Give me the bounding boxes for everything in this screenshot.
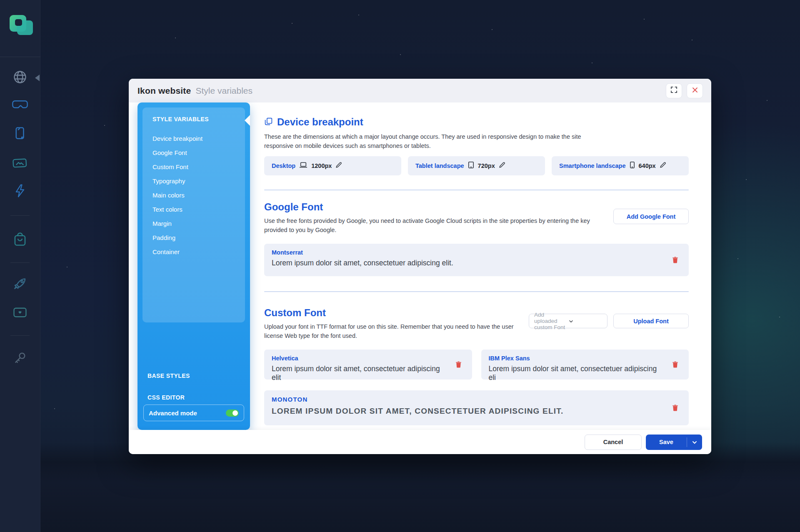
breakpoint-card-desktop[interactable]: Desktop 1200px bbox=[264, 156, 401, 175]
sidebar-item-google-font[interactable]: Google Font bbox=[142, 146, 245, 160]
trash-icon bbox=[672, 258, 678, 265]
sidebar-item-text-colors[interactable]: Text colors bbox=[142, 202, 245, 217]
delete-font-button[interactable] bbox=[672, 257, 678, 263]
smartphone-icon bbox=[630, 161, 635, 170]
smartphone-icon bbox=[15, 126, 25, 142]
sidebar-item-launch[interactable] bbox=[0, 276, 40, 292]
sidebar-divider bbox=[10, 335, 30, 336]
font-sample: Lorem ipsum dolor sit amet, consectetuer… bbox=[489, 365, 664, 382]
advanced-mode-toggle[interactable] bbox=[226, 410, 239, 417]
group-title-style-variables: STYLE VARIABLES bbox=[142, 116, 245, 122]
delete-font-button[interactable] bbox=[456, 361, 461, 368]
modal-content: Device breakpoint These are the dimensio… bbox=[264, 102, 689, 425]
section-device-breakpoint: Device breakpoint These are the dimensio… bbox=[264, 116, 689, 175]
key-icon bbox=[13, 351, 27, 367]
font-sample: Lorem ipsum dolor sit amet, consectetuer… bbox=[272, 407, 664, 416]
save-options-chevron[interactable] bbox=[687, 439, 702, 445]
section-title: Device breakpoint bbox=[277, 116, 363, 128]
breakpoint-label: Desktop bbox=[272, 162, 295, 169]
section-divider bbox=[264, 190, 689, 190]
close-icon bbox=[692, 87, 698, 95]
laptop-icon bbox=[299, 162, 308, 170]
sidebar-item-margin[interactable]: Margin bbox=[142, 217, 245, 231]
section-google-font: Google Font Use the free fonts provided … bbox=[264, 201, 689, 276]
advanced-mode-row[interactable]: Advanced mode bbox=[143, 405, 244, 421]
upload-font-button[interactable]: Upload Font bbox=[613, 314, 689, 328]
font-name: Montserrat bbox=[272, 249, 664, 256]
cancel-button[interactable]: Cancel bbox=[585, 435, 642, 450]
trash-icon bbox=[672, 363, 678, 369]
google-font-card-montserrat: Montserrat Lorem ipsum dolor sit amet, c… bbox=[264, 244, 689, 276]
font-sample: Lorem ipsum dolor sit amet, consectetuer… bbox=[272, 365, 447, 382]
select-placeholder: Add uploaded custom Font bbox=[534, 312, 569, 330]
modal-footer: Cancel Save bbox=[129, 430, 711, 454]
vr-goggles-icon bbox=[12, 100, 28, 111]
background-horizon bbox=[0, 442, 800, 532]
sidebar-notch bbox=[245, 115, 250, 126]
style-settings-sidebar: STYLE VARIABLES Device breakpoint Google… bbox=[138, 102, 250, 430]
font-name: Monoton bbox=[272, 396, 664, 403]
breakpoint-label: Tablet landscape bbox=[415, 162, 464, 169]
tablet-icon bbox=[468, 161, 474, 170]
add-google-font-button[interactable]: Add Google Font bbox=[613, 209, 689, 224]
edit-pencil-icon[interactable] bbox=[335, 162, 342, 170]
delete-font-button[interactable] bbox=[672, 361, 678, 368]
sidebar-item-base-styles[interactable]: BASE STYLES bbox=[148, 372, 190, 379]
sidebar-divider bbox=[0, 57, 40, 57]
lightning-icon bbox=[15, 184, 25, 200]
rocket-icon bbox=[13, 276, 27, 292]
close-button[interactable] bbox=[687, 83, 703, 98]
delete-font-button[interactable] bbox=[672, 405, 678, 411]
sidebar-item-padding[interactable]: Padding bbox=[142, 231, 245, 245]
breakpoint-card-smartphone[interactable]: Smartphone landscape 640px bbox=[552, 156, 689, 175]
advanced-mode-label: Advanced mode bbox=[149, 410, 197, 417]
custom-font-select[interactable]: Add uploaded custom Font bbox=[529, 314, 608, 328]
breakpoint-card-tablet[interactable]: Tablet landscape 720px bbox=[408, 156, 545, 175]
sidebar-item-shop[interactable] bbox=[0, 232, 40, 248]
active-indicator-icon bbox=[35, 75, 40, 81]
sidebar-item-vr[interactable] bbox=[0, 100, 40, 111]
modal-header: Ikon website Style variables bbox=[129, 79, 711, 102]
font-name: Helvetica bbox=[272, 355, 447, 362]
shopping-bag-icon bbox=[13, 232, 27, 248]
sidebar-item-websites[interactable] bbox=[0, 70, 40, 86]
sidebar-item-custom-font[interactable]: Custom Font bbox=[142, 160, 245, 174]
chevron-down-icon bbox=[692, 439, 697, 445]
section-description: These are the dimensions at which a majo… bbox=[264, 132, 598, 150]
copy-pages-icon bbox=[264, 117, 273, 127]
breakpoint-value: 640px bbox=[639, 162, 656, 169]
section-description: Use the free fonts provided by Google, y… bbox=[264, 216, 606, 235]
modal-title: Ikon website bbox=[138, 86, 191, 96]
sidebar-divider bbox=[10, 215, 30, 216]
section-description: Upload your font in TTF format for use o… bbox=[264, 322, 531, 340]
sidebar-item-typography[interactable]: Typography bbox=[142, 174, 245, 188]
sidebar-item-mobile[interactable] bbox=[0, 126, 40, 142]
custom-font-card-ibm-plex-sans: IBM Plex Sans Lorem ipsum dolor sit amet… bbox=[481, 350, 689, 380]
font-name: IBM Plex Sans bbox=[489, 355, 664, 362]
sidebar-item-media[interactable] bbox=[0, 156, 40, 170]
custom-font-card-monoton: Monoton Lorem ipsum dolor sit amet, cons… bbox=[264, 390, 689, 425]
sidebar-item-main-colors[interactable]: Main colors bbox=[142, 188, 245, 202]
globe-icon bbox=[12, 70, 28, 86]
fullscreen-button[interactable] bbox=[666, 83, 682, 98]
sidebar-item-payments[interactable] bbox=[0, 307, 40, 320]
breakpoint-label: Smartphone landscape bbox=[559, 162, 626, 169]
trash-icon bbox=[672, 406, 678, 412]
sidebar-item-device-breakpoint[interactable]: Device breakpoint bbox=[142, 132, 245, 146]
breakpoint-value: 720px bbox=[478, 162, 495, 169]
media-card-icon bbox=[12, 156, 28, 170]
sidebar-item-access[interactable] bbox=[0, 351, 40, 367]
style-variables-group: STYLE VARIABLES Device breakpoint Google… bbox=[142, 107, 245, 322]
save-button[interactable]: Save bbox=[646, 435, 702, 450]
sidebar-item-automation[interactable] bbox=[0, 184, 40, 200]
sidebar-item-css-editor[interactable]: CSS EDITOR bbox=[148, 394, 185, 401]
chevron-down-icon bbox=[569, 318, 603, 324]
ikon-logo[interactable] bbox=[5, 15, 35, 47]
save-button-label: Save bbox=[646, 439, 687, 445]
breakpoint-value: 1200px bbox=[311, 162, 332, 169]
edit-pencil-icon[interactable] bbox=[499, 162, 505, 170]
toggle-knob bbox=[232, 410, 238, 416]
fullscreen-icon bbox=[670, 86, 678, 95]
edit-pencil-icon[interactable] bbox=[660, 162, 666, 170]
sidebar-item-container[interactable]: Container bbox=[142, 245, 245, 259]
